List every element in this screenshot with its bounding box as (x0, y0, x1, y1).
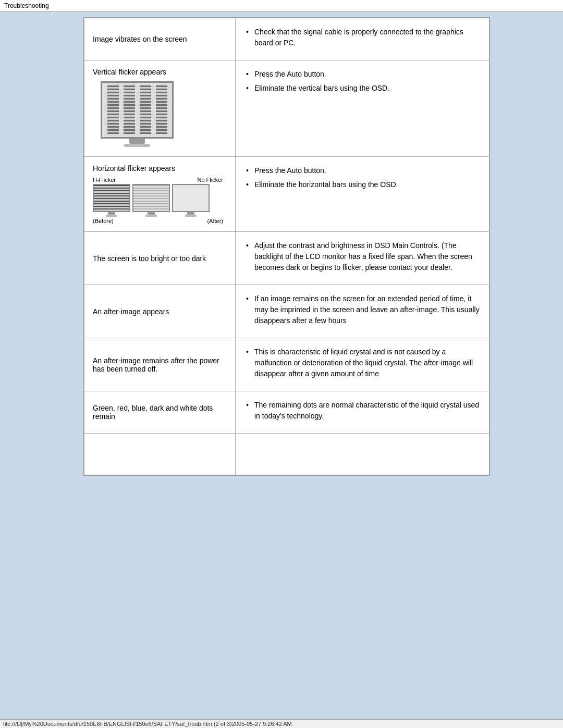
status-bar-text: file:///D|/My%20Documents/dfu/150E6FB/EN… (3, 721, 292, 727)
solution-cell: Check that the signal cable is properly … (236, 18, 489, 60)
mini-monitor-base (145, 215, 157, 217)
solution-list: Adjust the contrast and brightness in OS… (244, 240, 481, 273)
problem-text: Vertical flicker appears (93, 68, 227, 76)
mini-monitor-after (172, 184, 210, 212)
table-row: An after-image appears If an image remai… (84, 285, 489, 338)
hflicker-captions: (Before) (After) (93, 218, 223, 224)
hflicker-mid-monitor (132, 184, 170, 217)
problem-cell: Green, red, blue, dark and white dots re… (84, 391, 236, 434)
table-row: Image vibrates on the screen Check that … (84, 18, 489, 60)
solution-item: Adjust the contrast and brightness in OS… (244, 240, 481, 273)
problem-cell: An after-image appears (84, 285, 236, 338)
hlines (94, 185, 129, 211)
hflicker-labels: H-Flicker No Flicker (93, 177, 223, 183)
problem-text: The screen is too bright or too dark (93, 254, 206, 263)
hflicker-before-monitor (93, 184, 130, 217)
solution-item: Press the Auto button. (244, 69, 481, 80)
monitor-screen (101, 81, 174, 139)
table-row: Green, red, blue, dark and white dots re… (84, 391, 489, 434)
solution-item: This is characteristic of liquid crystal… (244, 347, 481, 379)
solution-cell: This is characteristic of liquid crystal… (236, 338, 489, 391)
clean-screen (173, 185, 209, 211)
mini-monitor-base (106, 215, 117, 217)
solution-list: If an image remains on the screen for an… (244, 293, 481, 326)
hflicker-before-label: H-Flicker (93, 177, 116, 183)
hflicker-after-monitor (172, 184, 210, 217)
solution-cell: Adjust the contrast and brightness in OS… (236, 232, 489, 285)
problem-text: Image vibrates on the screen (93, 35, 187, 43)
problem-text: Green, red, blue, dark and white dots re… (93, 404, 213, 421)
vbar (124, 85, 135, 134)
problem-text: An after-image appears (93, 307, 169, 316)
problem-text: Horizontal flicker appears (93, 164, 227, 172)
solution-item: Eliminate the vertical bars using the OS… (244, 83, 481, 94)
problem-cell: The screen is too bright or too dark (84, 232, 236, 285)
troubleshooting-table: Image vibrates on the screen Check that … (83, 17, 490, 476)
status-bar: file:///D|/My%20Documents/dfu/150E6FB/EN… (0, 719, 563, 728)
problem-cell: An after-image remains after the power h… (84, 338, 236, 391)
hflicker-diagram: H-Flicker No Flicker (93, 177, 227, 224)
solution-cell: Press the Auto button. Eliminate the hor… (236, 157, 489, 232)
vbar (156, 85, 167, 134)
solution-list: The remaining dots are normal characteri… (244, 400, 481, 422)
solution-item: Check that the signal cable is properly … (244, 27, 481, 48)
table-row: The screen is too bright or too dark Adj… (84, 232, 489, 285)
solution-item: Press the Auto button. (244, 165, 481, 176)
table-row: An after-image remains after the power h… (84, 338, 489, 391)
page-title: Troubleshooting (0, 0, 563, 12)
mini-monitor-mid (132, 184, 170, 212)
vertical-bars (102, 83, 172, 137)
problem-cell: Horizontal flicker appears H-Flicker No … (84, 157, 236, 232)
table-row: Vertical flicker appears (84, 60, 489, 157)
padding-cell (236, 434, 489, 475)
vbar (107, 85, 119, 134)
solution-cell: The remaining dots are normal characteri… (236, 391, 489, 434)
solution-list: This is characteristic of liquid crystal… (244, 347, 481, 379)
mini-monitor-base (185, 215, 197, 217)
table-row: Horizontal flicker appears H-Flicker No … (84, 157, 489, 232)
monitor-base (124, 144, 150, 147)
solution-cell: Press the Auto button. Eliminate the ver… (236, 60, 489, 157)
hflicker-after-caption: (After) (207, 218, 223, 224)
padding-cell (84, 434, 236, 475)
solution-cell: If an image remains on the screen for an… (236, 285, 489, 338)
vertical-flicker-image (93, 81, 181, 149)
solution-list: Press the Auto button. Eliminate the ver… (244, 69, 481, 94)
solution-list: Press the Auto button. Eliminate the hor… (244, 165, 481, 190)
hflicker-before-caption: (Before) (93, 218, 114, 224)
problem-text: An after-image remains after the power h… (93, 356, 219, 373)
hflicker-images (93, 184, 227, 217)
vbar (140, 85, 151, 134)
table-row-padding (84, 434, 489, 475)
monitor-stand (129, 139, 145, 144)
hflicker-after-label: No Flicker (197, 177, 223, 183)
problem-cell: Image vibrates on the screen (84, 18, 236, 60)
solution-list: Check that the signal cable is properly … (244, 27, 481, 48)
problem-cell: Vertical flicker appears (84, 60, 236, 157)
solution-item: If an image remains on the screen for an… (244, 293, 481, 326)
solution-item: The remaining dots are normal characteri… (244, 400, 481, 422)
solution-item: Eliminate the horizontal bars using the … (244, 179, 481, 190)
hlines-faint (133, 185, 169, 211)
mini-monitor-before (93, 184, 130, 212)
main-content: Image vibrates on the screen Check that … (0, 12, 563, 726)
